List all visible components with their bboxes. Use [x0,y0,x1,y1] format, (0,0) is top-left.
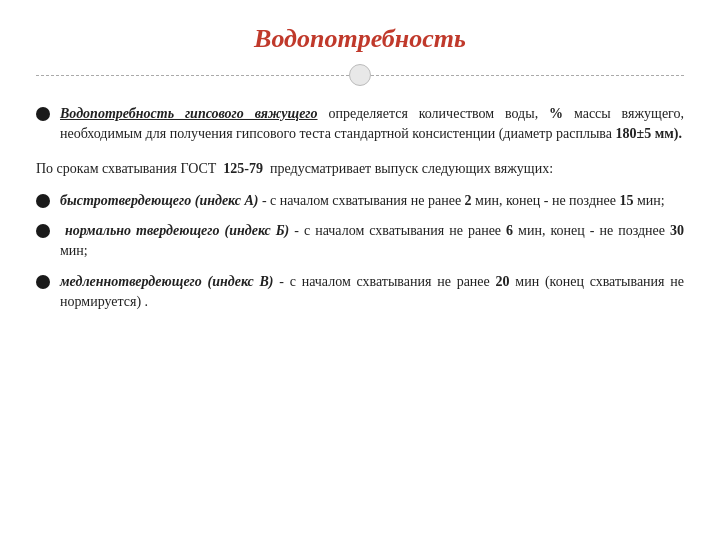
bullet-icon [36,224,50,238]
main-definition-text: Водопотребность гипсового вяжущего опред… [60,104,684,145]
text-v-dot: . [141,294,148,309]
bullet-icon [36,194,50,208]
gost-number: 125-79 [223,161,263,176]
list-item: Водопотребность гипсового вяжущего опред… [36,104,684,145]
text-a-num2: 15 [616,193,634,208]
divider-circle [349,64,371,86]
text-bold-italic: Водопотребность гипсового вяжущего [60,106,318,121]
text-bold-percent: % [538,106,563,121]
bullet-icon [36,107,50,121]
text-a-span1: - с началом схватывания не ранее [258,193,461,208]
gost-text-span: По срокам схватывания ГОСТ 125-79 предус… [36,161,553,176]
text-span3: необходимым для получения гипсового тест… [60,126,612,141]
text-b-index: (индекс Б) [220,223,290,238]
gost-intro-text: По срокам схватывания ГОСТ 125-79 предус… [36,159,684,179]
divider [36,64,684,86]
bullet-b-text: нормально твердеющего (индекс Б) - с нач… [60,221,684,262]
text-span: определяется количеством воды, [318,106,539,121]
text-a-end: мин; [633,193,664,208]
text-v-num1: 20 [490,274,510,289]
bullet-a-text: быстротвердеющего (индекс А) - с началом… [60,191,684,211]
list-item: медленнотвердеющего (индекс В) - с начал… [36,272,684,313]
list-item: быстротвердеющего (индекс А) - с началом… [36,191,684,211]
text-a-num1: 2 [461,193,472,208]
text-a-bold: быстротвердеющего [60,193,191,208]
text-b-num2: 30 [665,223,684,238]
text-b-end: мин; [60,243,88,258]
text-b-min: мин, [513,223,545,238]
slide-title: Водопотребность [254,24,466,54]
text-v-span1: - с началом схватывания не ранее [273,274,489,289]
text-a-min: мин, [472,193,503,208]
bullet-icon [36,275,50,289]
bullet-v-text: медленнотвердеющего (индекс В) - с начал… [60,272,684,313]
text-v-index: (индекс В) [202,274,274,289]
text-b-bold: нормально твердеющего [65,223,219,238]
slide: Водопотребность Водопотребность гипсовог… [0,0,720,540]
text-b-span1: - с началом схватывания не ранее [289,223,501,238]
text-v-bold: медленнотвердеющего [60,274,202,289]
text-b-num1: 6 [501,223,513,238]
text-b-span2: конец - не позднее [545,223,665,238]
list-item: нормально твердеющего (индекс Б) - с нач… [36,221,684,262]
text-span2: массы вяжущего, [563,106,684,121]
text-a-span2: конец - не позднее [502,193,615,208]
text-bold-unit: мм). [651,126,682,141]
content-area: Водопотребность гипсового вяжущего опред… [36,104,684,312]
text-a-index: (индекс А) [191,193,258,208]
text-bold-size: 180±5 [612,126,651,141]
